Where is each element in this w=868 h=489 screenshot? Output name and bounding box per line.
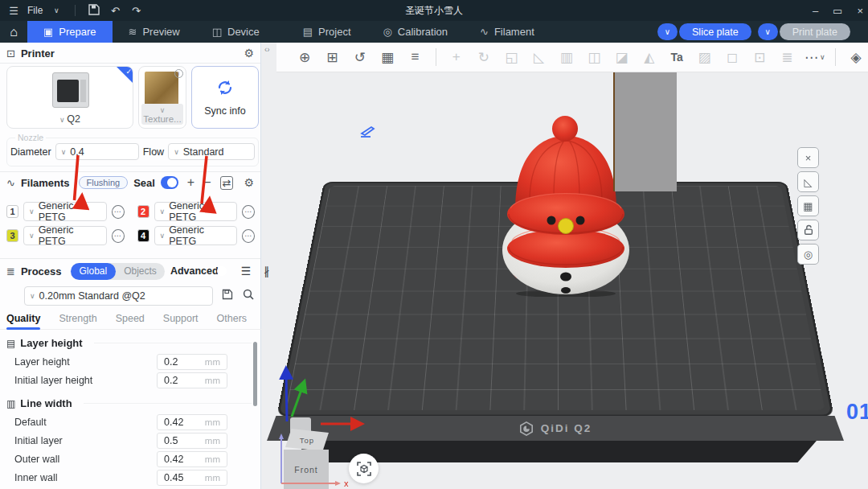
supports-icon[interactable]: ▨ <box>692 46 716 68</box>
diameter-select[interactable]: ∨0.4 <box>55 143 139 160</box>
delete-plate-icon[interactable]: × <box>797 147 819 168</box>
filament-menu-icon-3[interactable]: ⋯ <box>112 229 125 243</box>
plate-info-icon[interactable]: i <box>174 69 183 78</box>
slice-plate-button[interactable]: Slice plate <box>679 23 751 40</box>
menu-hamburger-icon[interactable]: ☰ <box>6 5 21 17</box>
save-preset-icon[interactable] <box>221 288 234 304</box>
plate-number-label: 01 <box>846 400 868 425</box>
file-menu-chevron-icon[interactable]: ∨ <box>49 6 63 14</box>
line-width-inner-wall-input[interactable]: 0.45mm <box>157 470 227 486</box>
filament-menu-icon-4[interactable]: ⋯ <box>242 229 255 243</box>
filament-select-1[interactable]: ∨Generic PETG <box>23 202 106 221</box>
tab-quality[interactable]: Quality <box>6 311 40 329</box>
sync-info-button[interactable]: Sync info <box>191 66 259 129</box>
text-tool-icon[interactable]: Ta <box>665 46 689 68</box>
print-options-chevron-icon[interactable]: ∨ <box>758 23 778 40</box>
file-menu[interactable]: File <box>27 5 43 16</box>
printer-card[interactable]: ✓ ∨ Q2 <box>6 66 133 129</box>
build-plate-card[interactable]: i ∨ Texture... <box>138 66 186 129</box>
tab-device[interactable]: ◫ Device <box>196 21 276 43</box>
home-button[interactable]: ⌂ <box>0 21 27 43</box>
scope-objects-button[interactable]: Objects <box>116 265 165 277</box>
tab-preview[interactable]: ≋ Preview <box>113 21 196 43</box>
tab-prepare[interactable]: ▣ Prepare <box>27 21 113 43</box>
lay-flat-icon[interactable]: ◺ <box>526 46 551 68</box>
plate-settings-icon[interactable]: ◎ <box>797 244 819 265</box>
split-layers-icon[interactable]: ≡ <box>403 46 427 68</box>
printer-model-select[interactable]: ∨ Q2 <box>7 113 133 125</box>
auto-orient-icon[interactable]: ↺ <box>348 46 372 68</box>
add-plate-icon[interactable]: ⊞ <box>320 46 344 68</box>
color-paint-icon[interactable]: ◭ <box>637 46 661 68</box>
ams-sync-icon[interactable]: ⇄ <box>220 176 234 190</box>
scope-global-button[interactable]: Global <box>71 263 117 280</box>
remove-filament-icon[interactable]: − <box>203 175 211 190</box>
maximize-icon[interactable]: ▭ <box>833 5 842 17</box>
filament-menu-icon-1[interactable]: ⋯ <box>112 205 125 219</box>
search-preset-icon[interactable] <box>242 288 255 304</box>
arrange-icon[interactable]: ▦ <box>375 46 399 68</box>
filament-select-4[interactable]: ∨Generic PETG <box>154 226 237 245</box>
orient-plate-icon[interactable]: ◺ <box>797 171 819 192</box>
slice-options-chevron-icon[interactable]: ∨ <box>657 23 678 40</box>
viewport-3d[interactable]: ‹› ⊕ ⊞ ↺ ▦ ≡ + ↻ ◱ ◺ ▥ ◫ ◪ ◭ Ta ▨ ◻ ⊡ ≣ … <box>262 43 868 489</box>
seal-toggle[interactable] <box>161 176 178 189</box>
tab-calibration[interactable]: ◎ Calibration <box>367 21 465 43</box>
save-icon[interactable] <box>87 3 101 18</box>
title-bar: ☰ File ∨ ↶ ↷ 圣诞节小雪人 – ▭ × <box>0 0 868 21</box>
scale-icon[interactable]: ◱ <box>499 46 523 68</box>
close-icon[interactable]: × <box>857 5 863 17</box>
split-objects-icon[interactable]: ▥ <box>555 46 579 68</box>
flow-select[interactable]: ∨Standard <box>168 143 255 160</box>
z-axis-arrow <box>286 372 287 421</box>
lock-plate-icon[interactable] <box>797 220 819 240</box>
tab-strength[interactable]: Strength <box>59 311 96 329</box>
filament-menu-icon-2[interactable]: ⋯ <box>242 205 255 219</box>
add-model-icon[interactable]: ⊕ <box>293 46 317 68</box>
assembly-icon[interactable]: ◈ <box>844 46 868 68</box>
fit-view-button[interactable] <box>349 454 379 483</box>
printer-settings-gear-icon[interactable]: ⚙ <box>244 47 254 60</box>
printer-section-header: ⊡ Printer ⚙ <box>0 44 260 62</box>
pencil-icon[interactable] <box>358 123 378 139</box>
tab-speed[interactable]: Speed <box>116 311 145 329</box>
line-width-default-input[interactable]: 0.42mm <box>157 414 227 430</box>
filament-select-2[interactable]: ∨Generic PETG <box>154 202 237 221</box>
filament-select-3[interactable]: ∨Generic PETG <box>23 226 106 245</box>
line-width-outer-wall-input[interactable]: 0.42mm <box>157 451 227 467</box>
variable-layer-height-icon[interactable]: ≣ <box>775 46 799 68</box>
rotate-icon[interactable]: ↻ <box>472 46 496 68</box>
mesh-boolean-icon[interactable]: ◻ <box>720 46 744 68</box>
arrange-plate-icon[interactable]: ▦ <box>797 195 819 216</box>
process-preset-select[interactable]: ∨0.20mm Standard @Q2 <box>24 286 213 306</box>
more-tools-icon[interactable]: ⋯∨ <box>803 46 827 68</box>
redo-icon[interactable]: ↷ <box>129 5 143 17</box>
calibration-icon: ◎ <box>383 26 392 38</box>
layer-height-input[interactable]: 0.2mm <box>157 354 227 370</box>
flushing-button[interactable]: Flushing <box>79 176 129 189</box>
line-width-initial-layer-input[interactable]: 0.5mm <box>157 433 227 449</box>
tab-support[interactable]: Support <box>163 311 199 329</box>
plate-type-select[interactable]: ∨ Texture... <box>141 104 183 125</box>
undo-icon[interactable]: ↶ <box>108 5 122 17</box>
move-icon[interactable]: + <box>444 46 468 68</box>
filament-settings-gear-icon[interactable]: ⚙ <box>244 176 254 189</box>
tab-filament[interactable]: ∿ Filament <box>464 21 551 43</box>
tab-project[interactable]: ▤ Project <box>287 21 367 43</box>
collapse-panel-icon[interactable]: ‹› <box>264 45 270 54</box>
panel-scrollbar[interactable] <box>253 342 257 406</box>
support-paint-icon[interactable]: ◪ <box>609 46 633 68</box>
initial-layer-height-input[interactable]: 0.2mm <box>157 372 227 388</box>
line-width-group-header: ▥ Line width <box>0 397 261 409</box>
printer-icon: ⊡ <box>6 47 15 60</box>
split-parts-icon[interactable]: ◫ <box>582 46 606 68</box>
process-tabs: Quality Strength Speed Support Others <box>0 311 261 330</box>
tab-others[interactable]: Others <box>217 311 248 329</box>
add-filament-icon[interactable]: + <box>187 175 194 190</box>
param-row: Inner wall 0.45mm <box>0 468 261 487</box>
minimize-icon[interactable]: – <box>813 5 818 17</box>
compare-presets-icon[interactable]: ∦ <box>264 265 269 277</box>
parameter-list-icon[interactable]: ☰ <box>241 265 252 277</box>
seam-icon[interactable]: ⊡ <box>747 46 772 68</box>
print-plate-button[interactable]: Print plate <box>780 23 850 40</box>
